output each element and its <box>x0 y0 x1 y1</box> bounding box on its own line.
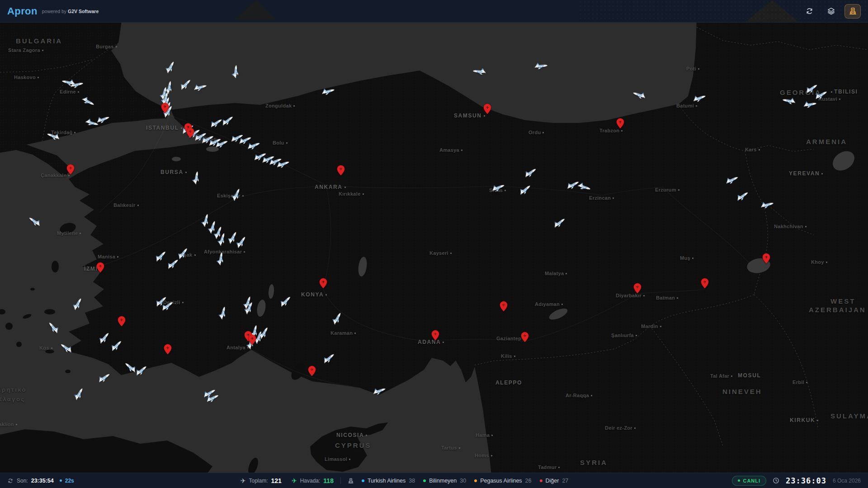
map-label-nicosia: NICOSIA <box>336 432 367 438</box>
aircraft-icon[interactable] <box>231 64 240 78</box>
map-label-balıkesir: Balıkesir <box>113 202 139 208</box>
powered-by: powered by G2V Software <box>42 9 99 14</box>
map-label-muş: Muş <box>680 255 693 261</box>
map-label-kars: Kars <box>745 147 760 152</box>
map-label-kayseri: Kayseri <box>429 250 452 256</box>
total-plane-icon: ✈ <box>241 478 246 484</box>
map-canvas[interactable]: BULGARIAStara ZagoraBurgasHaskovoEdirneT… <box>0 0 868 488</box>
map-label-heraklion: Heraklion <box>0 422 17 427</box>
airport-pin[interactable] <box>337 165 345 176</box>
last-update-time: 23:35:54 <box>31 478 54 484</box>
map-label--: Πέλαγος <box>0 396 25 403</box>
clock-time: 23:36:03 <box>786 476 826 485</box>
legend-name: Pegasus Airlines <box>480 478 522 484</box>
airport-pin[interactable] <box>500 301 508 312</box>
legend-count: 30 <box>460 478 466 484</box>
map-label-ankara: ANKARA <box>315 184 346 190</box>
map-label-mardin: Mardin <box>641 324 661 329</box>
clock-icon <box>773 477 779 484</box>
live-label: CANLI <box>743 478 760 483</box>
map-label-bulgaria: BULGARIA <box>16 37 62 45</box>
airport-pin[interactable] <box>164 344 172 355</box>
divider <box>340 477 341 484</box>
map-label-gaziantep: Gaziantep <box>496 336 524 341</box>
map-label-ar-raqqa: Ar-Raqqa <box>566 393 592 398</box>
airport-pin[interactable] <box>248 334 256 345</box>
map-label-amasya: Amasya <box>439 147 462 153</box>
airborne-value: 118 <box>323 477 334 484</box>
map-label-cyprus: CYPRUS <box>335 441 372 449</box>
building-icon <box>348 478 354 484</box>
map-label-azerbaijan: AZERBAIJAN <box>809 306 866 314</box>
map-label-karaman: Karaman <box>330 330 356 336</box>
airport-pin[interactable] <box>319 278 327 289</box>
map-label-konya: KONYA <box>301 291 327 298</box>
airport-pin[interactable] <box>308 366 316 376</box>
layers-button[interactable] <box>823 4 839 19</box>
map-label-adıyaman: Adıyaman <box>535 301 563 307</box>
airport-pin[interactable] <box>118 316 126 327</box>
map-label-nineveh: NINEVEH <box>722 388 762 395</box>
airport-pin[interactable] <box>521 332 529 343</box>
map-label-bursa: BURSA <box>160 169 187 175</box>
legend-dot <box>423 479 426 482</box>
map-label-manisa: Manisa <box>98 254 118 259</box>
airport-pin[interactable] <box>633 283 642 294</box>
map-label-armenia: ARMENIA <box>806 138 847 145</box>
airport-pin[interactable] <box>483 103 491 114</box>
map-label-kilis: Kilis <box>501 353 515 359</box>
status-bar: Son: 23:35:54 22s ✈ Toplam: 121 ✈ Havada… <box>0 473 868 488</box>
airborne-label: Havada: <box>300 478 321 484</box>
legend-count: 27 <box>562 478 568 484</box>
airport-pin[interactable] <box>762 253 770 264</box>
airline-legend: Turkish Airlines 38 Bilinmeyen 30 Pegasu… <box>362 478 568 484</box>
live-dot <box>738 479 740 482</box>
airport-pin[interactable] <box>66 164 75 175</box>
airport-pin[interactable] <box>96 262 104 273</box>
header-decor-triangle <box>235 0 277 20</box>
airport-pin[interactable] <box>616 118 624 129</box>
map-label-bolu: Bolu <box>273 140 288 145</box>
map-label-ordu: Ordu <box>528 130 544 135</box>
map-label-tbilisi: TBILISI <box>831 89 858 95</box>
legend-dot <box>540 479 542 482</box>
map-label-deir-ez-zor: Deir ez-Zor <box>605 425 636 431</box>
header-actions <box>801 4 861 19</box>
map-label-malatya: Malatya <box>545 271 567 276</box>
layers-icon <box>827 7 835 15</box>
map-label-limassol: Limassol <box>325 456 350 462</box>
airport-pin[interactable] <box>431 330 439 341</box>
airport-pin[interactable] <box>701 278 709 289</box>
header-decor-triangle <box>746 0 798 22</box>
refresh-icon <box>805 7 814 15</box>
legend-item-bilinmeyen: Bilinmeyen 30 <box>423 478 466 484</box>
countdown-value: 22s <box>65 478 74 484</box>
map-label-erzurum: Erzurum <box>655 187 679 192</box>
map-label-tal-afar: Tal Afar <box>710 373 732 379</box>
date-text: 6 Oca 2026 <box>833 478 861 484</box>
building-icon <box>849 7 857 15</box>
map-label-homs: Homs <box>475 453 492 458</box>
map-label-hama: Hama <box>476 432 493 438</box>
map-label-edirne: Edirne <box>60 89 79 94</box>
map-label-kos: Kos <box>39 345 52 351</box>
last-update-label: Son: <box>17 478 28 484</box>
map-label-tadmur: Tadmur <box>538 465 560 470</box>
app-root: ✈ <box>0 0 868 488</box>
refresh-button[interactable] <box>801 4 817 19</box>
map-label-haskovo: Haskovo <box>14 75 39 80</box>
map-label-stara-zagora: Stara Zagora <box>8 47 43 53</box>
airport-pin[interactable] <box>161 103 169 113</box>
aircraft-icon[interactable] <box>534 61 548 70</box>
airports-toggle-button[interactable] <box>844 4 861 19</box>
map-label-yerevan: YEREVAN <box>789 170 823 177</box>
legend-item-pegasus: Pegasus Airlines 26 <box>474 478 531 484</box>
legend-item-turkish-airlines: Turkish Airlines 38 <box>362 478 415 484</box>
legend-count: 26 <box>525 478 532 484</box>
total-value: 121 <box>271 477 282 484</box>
map-label-erzincan: Erzincan <box>589 195 614 201</box>
legend-item-diger: Diğer 27 <box>540 478 569 484</box>
map-label-kirkuk: KIRKUK <box>790 417 818 423</box>
airport-pin[interactable] <box>186 127 194 138</box>
aircraft-icon[interactable] <box>472 66 486 75</box>
